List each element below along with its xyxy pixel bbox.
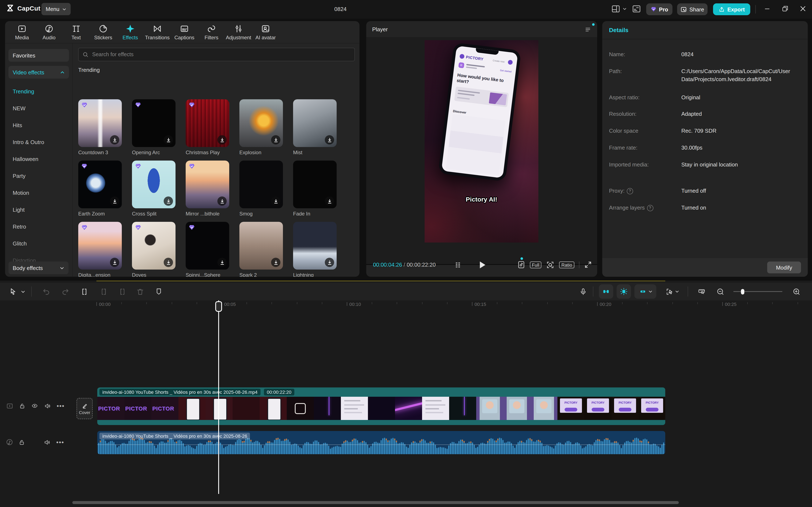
maximize-icon[interactable] <box>781 5 789 12</box>
select-tool-icon[interactable] <box>6 284 20 299</box>
info-icon[interactable]: ? <box>627 188 633 194</box>
click-select-mode-icon[interactable] <box>662 284 682 299</box>
zoom-in-icon[interactable] <box>789 284 804 299</box>
modify-button[interactable]: Modify <box>767 262 801 273</box>
effect-card-opening-arc[interactable]: Opening Arc <box>132 99 175 161</box>
download-icon[interactable] <box>110 258 119 267</box>
download-icon[interactable] <box>271 258 281 267</box>
sidebar-item-intro-outro[interactable]: Intro & Outro <box>8 133 69 151</box>
sidebar-item-video-effects[interactable]: Video effects <box>8 66 69 78</box>
redo-icon[interactable] <box>58 284 72 299</box>
snap-toggle-icon[interactable] <box>599 284 613 299</box>
effect-card-explosion[interactable]: Explosion <box>239 99 283 161</box>
zoom-slider-knob[interactable] <box>741 289 744 294</box>
download-icon[interactable] <box>271 135 281 145</box>
effect-card-mist[interactable]: Mist <box>293 99 337 161</box>
effect-thumbnail[interactable] <box>78 99 122 147</box>
effect-card-doves[interactable]: Doves <box>132 222 175 277</box>
export-button[interactable]: Export <box>713 3 750 15</box>
effect-thumbnail[interactable] <box>239 99 283 147</box>
info-icon[interactable]: ? <box>647 205 653 211</box>
compact-layout-icon[interactable] <box>632 4 641 13</box>
effect-thumbnail[interactable] <box>132 99 175 147</box>
pro-button[interactable]: Pro <box>646 3 672 15</box>
effect-thumbnail[interactable] <box>132 222 175 270</box>
effect-card-smog[interactable]: Smog <box>239 161 283 222</box>
download-icon[interactable] <box>164 258 173 267</box>
effect-card-digita-ension[interactable]: Digita...ension <box>78 222 122 277</box>
effect-thumbnail[interactable] <box>293 161 337 208</box>
audio-clip[interactable]: invideo-ai-1080 YouTube Shorts _ Vidéos … <box>97 431 665 454</box>
tab-adjustment[interactable]: Adjustment <box>226 24 251 40</box>
download-icon[interactable] <box>325 196 334 206</box>
track-more-icon[interactable]: ••• <box>56 439 64 446</box>
download-icon[interactable] <box>164 135 173 145</box>
track-more-icon[interactable]: ••• <box>57 402 65 409</box>
sidebar-item-motion[interactable]: Motion <box>8 184 69 201</box>
playhead-line[interactable] <box>218 300 219 494</box>
share-button[interactable]: Share <box>677 3 708 15</box>
effect-thumbnail[interactable] <box>78 222 122 270</box>
effect-thumbnail[interactable] <box>186 99 229 147</box>
undo-icon[interactable] <box>39 284 53 299</box>
timeline-ruler[interactable]: 00:0000:0500:1000:1500:2000:25 <box>0 300 812 313</box>
focus-zoom-icon[interactable] <box>546 261 555 269</box>
layout-chevron-icon[interactable] <box>622 7 627 11</box>
tiktok-preview-icon[interactable] <box>517 260 525 269</box>
effect-thumbnail[interactable] <box>293 222 337 270</box>
adapt-timeline-icon[interactable] <box>695 284 709 299</box>
select-tool-chevron-icon[interactable] <box>18 284 27 299</box>
delete-left-icon[interactable] <box>96 284 110 299</box>
menu-button[interactable]: Menu <box>42 3 70 15</box>
effect-card-cross-split[interactable]: Cross Split <box>132 161 175 222</box>
record-voiceover-icon[interactable] <box>576 284 591 299</box>
sidebar-item-new[interactable]: NEW <box>8 100 69 117</box>
effect-thumbnail[interactable] <box>78 161 122 208</box>
play-button[interactable] <box>476 260 487 270</box>
sidebar-item-halloween[interactable]: Halloween <box>8 151 69 167</box>
download-icon[interactable] <box>217 258 227 267</box>
tab-transitions[interactable]: Transitions <box>145 24 170 40</box>
layout-toggle-icon[interactable] <box>611 4 620 13</box>
mute-track-icon[interactable] <box>44 402 51 409</box>
sidebar-item-glitch[interactable]: Glitch <box>8 235 69 252</box>
effect-thumbnail[interactable] <box>186 222 229 270</box>
video-clip[interactable]: PICTORPICTORPICTORPICTORYPICTORYPICTORYP… <box>97 387 665 425</box>
download-icon[interactable] <box>110 135 119 145</box>
effect-card-spark-2[interactable]: Spark 2 <box>239 222 283 277</box>
split-icon[interactable] <box>77 284 91 299</box>
link-toggle-icon[interactable] <box>635 284 656 299</box>
sidebar-item-retro[interactable]: Retro <box>8 218 69 235</box>
tab-media[interactable]: Media <box>9 24 35 40</box>
frame-preview-icon[interactable] <box>454 262 462 268</box>
cover-button[interactable]: Cover <box>77 398 93 419</box>
effect-card-earth-zoom[interactable]: Earth Zoom <box>78 161 122 222</box>
download-icon[interactable] <box>325 258 334 267</box>
tab-captions[interactable]: Captions <box>172 24 197 40</box>
playhead-handle[interactable] <box>215 301 222 312</box>
zoom-out-icon[interactable] <box>713 284 727 299</box>
marker-icon[interactable] <box>151 284 166 299</box>
lock-icon[interactable] <box>19 402 26 409</box>
tab-effects[interactable]: Effects <box>117 24 143 40</box>
close-icon[interactable] <box>799 5 807 12</box>
sidebar-item-light[interactable]: Light <box>8 201 69 218</box>
effects-search[interactable] <box>78 48 355 61</box>
effect-card-lightning[interactable]: Lightning <box>293 222 337 277</box>
effect-card-fade-in[interactable]: Fade In <box>293 161 337 222</box>
sidebar-item-party[interactable]: Party <box>8 167 69 184</box>
timeline-zoom-slider[interactable] <box>733 291 782 292</box>
fullscreen-icon[interactable] <box>584 261 592 269</box>
download-icon[interactable] <box>217 196 227 206</box>
preview-axis-toggle-icon[interactable] <box>617 284 631 299</box>
effect-thumbnail[interactable] <box>132 161 175 208</box>
download-icon[interactable] <box>217 135 227 145</box>
effect-card-mirror-bithole[interactable]: Mirror ...bithole <box>186 161 229 222</box>
delete-icon[interactable] <box>133 284 147 299</box>
download-icon[interactable] <box>325 135 334 145</box>
download-icon[interactable] <box>164 196 173 206</box>
delete-right-icon[interactable] <box>115 284 130 299</box>
tab-text[interactable]: Text <box>63 24 89 40</box>
mute-track-icon[interactable] <box>44 439 51 446</box>
effect-card-christmas-play[interactable]: Christmas Play <box>186 99 229 161</box>
